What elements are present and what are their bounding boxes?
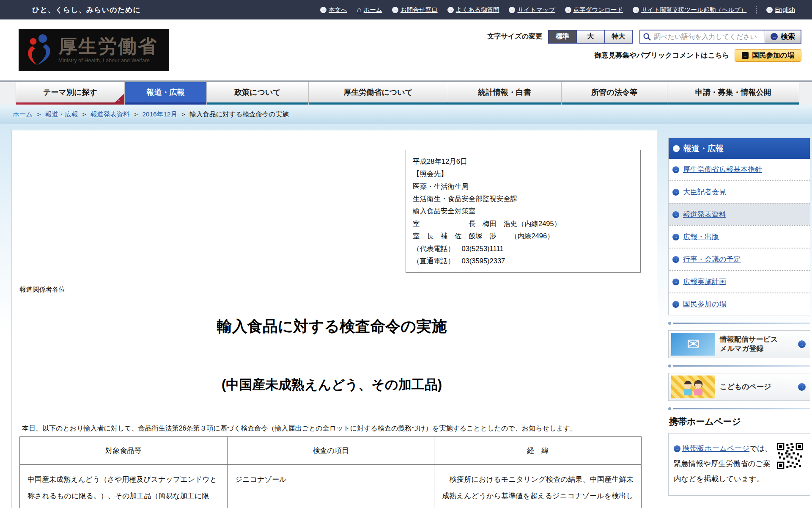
arrow-circle-icon: →: [392, 7, 398, 13]
search-button-label: 検索: [781, 32, 795, 41]
column-header-inspection-item: 検査の項目: [227, 437, 434, 465]
sidebar-header-label: 報道・広報: [683, 143, 724, 154]
column-header-background: 経 緯: [434, 437, 642, 465]
sidebar-item-minister-press[interactable]: → 大臣記者会見: [669, 180, 810, 203]
contact-director: 室 長 梅田 浩史（内線2495）: [413, 218, 634, 230]
sidebar-item-publications[interactable]: → 広報・出版: [669, 225, 810, 248]
kids-page-banner[interactable]: こどものページ →: [668, 373, 810, 401]
arrow-circle-icon: →: [798, 340, 806, 348]
sidebar-item-label: 大臣記者会見: [683, 187, 726, 197]
public-participation-button[interactable]: → 国民参加の場: [735, 49, 801, 62]
topbar-link-to-content[interactable]: → 本文へ: [320, 6, 347, 14]
topbar-link-label: サイト閲覧支援ツール起動（ヘルプ）: [641, 6, 746, 14]
logo-title: 厚生労働省: [58, 36, 158, 56]
breadcrumb-press[interactable]: 報道・広報: [45, 110, 78, 119]
contact-deputy-director: 室 長 補 佐 飯塚 渉 （内線2496）: [413, 230, 634, 242]
arrow-circle-icon: →: [447, 7, 454, 13]
topbar-link-faq[interactable]: → よくある御質問: [447, 6, 499, 14]
lead-paragraph: 本日、以下のとおり輸入者に対して、食品衛生法第26条第３項に基づく検査命令（輸入…: [15, 423, 647, 433]
arrow-circle-icon: →: [672, 234, 679, 240]
topbar-link-label: よくある御質問: [456, 6, 499, 14]
arrow-circle-icon: →: [320, 7, 326, 13]
search-button[interactable]: → 検索: [765, 30, 801, 43]
arrow-circle-icon: →: [673, 145, 680, 152]
contact-heading: 【照会先】: [413, 168, 634, 180]
cell-inspection-item: ジニコナゾール: [227, 465, 434, 508]
topbar-link-home[interactable]: ⌂ ホーム: [357, 6, 382, 14]
topbar-link-accessibility-tool[interactable]: → サイト閲覧支援ツール起動（ヘルプ）: [633, 6, 746, 14]
sidebar-item-pr-policy[interactable]: → 厚生労働省広報基本指針: [669, 159, 810, 180]
mobile-site-heading: 携帯ホームページ: [669, 416, 810, 428]
sidebar-item-press-releases[interactable]: → 報道発表資料: [669, 203, 810, 225]
sidebar-item-label: 報道発表資料: [683, 210, 726, 219]
sidebar-header: → 報道・広報: [669, 138, 810, 159]
search-input[interactable]: [652, 33, 765, 41]
topbar-link-label: お問合せ窓口: [401, 6, 438, 14]
topbar-link-braille-download[interactable]: → 点字ダウンロード: [565, 6, 623, 14]
mobile-site-link[interactable]: 携帯版ホームページ: [682, 444, 749, 453]
tab-statistics[interactable]: 統計情報・白書: [448, 82, 562, 105]
breadcrumb-home[interactable]: ホーム: [13, 110, 33, 119]
sidebar-item-participation[interactable]: → 国民参加の場: [669, 293, 810, 315]
font-size-standard-button[interactable]: 標準: [549, 30, 576, 43]
contact-department: 生活衛生・食品安全部監視安全課: [413, 193, 634, 205]
site-header: 厚生労働省 Ministry of Health, Labour and Wel…: [0, 19, 812, 80]
topbar-link-english[interactable]: → English: [766, 6, 795, 13]
qr-code: [777, 443, 803, 469]
logo-subtitle: Ministry of Health, Labour and Welfare: [58, 58, 158, 64]
contact-bureau: 医薬・生活衛生局: [413, 180, 634, 193]
breadcrumb-press-releases[interactable]: 報道発表資料: [91, 110, 130, 119]
tab-label: 所管の法令等: [591, 87, 637, 97]
tab-press[interactable]: 報道・広報: [125, 82, 207, 105]
home-icon: ⌂: [357, 6, 362, 14]
sidebar-item-label: 国民参加の場: [683, 299, 726, 309]
topbar-link-sitemap[interactable]: → サイトマップ: [509, 6, 555, 14]
tab-applications[interactable]: 申請・募集・情報公開: [667, 82, 799, 105]
column-header-target-foods: 対象食品等: [20, 437, 228, 465]
search-icon: [643, 33, 651, 41]
tab-themes[interactable]: テーマ別に探す ↓: [16, 82, 125, 105]
topbar-link-contact[interactable]: → お問合せ窓口: [392, 6, 438, 14]
sidebar-item-pr-plan[interactable]: → 広報実施計画: [669, 270, 810, 293]
tab-policy[interactable]: 政策について: [207, 82, 309, 105]
tab-label: 申請・募集・情報公開: [695, 87, 771, 97]
mhlw-logo[interactable]: 厚生労働省 Ministry of Health, Labour and Wel…: [19, 29, 169, 71]
tab-label: テーマ別に探す: [43, 87, 97, 97]
sidebar: → 報道・広報 → 厚生労働省広報基本指針 → 大臣記者会見 → 報道発表資料 …: [668, 138, 810, 496]
arrow-circle-icon: →: [672, 256, 679, 263]
sidebar-divider: [668, 407, 810, 410]
font-size-xlarge-button[interactable]: 特大: [604, 30, 632, 43]
tab-laws[interactable]: 所管の法令等: [562, 82, 668, 105]
tab-about-mhlw[interactable]: 厚生労働省について: [309, 82, 448, 105]
mobile-site-box: →携帯版ホームページでは、緊急情報や厚生労働省のご案内などを掲載しています。: [668, 433, 810, 496]
public-comment-text: 御意見募集やパブリックコメントはこちら: [595, 51, 730, 60]
mailmag-banner[interactable]: ✉ 情報配信サービス メルマガ登録 →: [668, 330, 810, 358]
breadcrumb: ホーム ＞ 報道・広報 ＞ 報道発表資料 ＞ 2016年12月 ＞ 輸入食品に対…: [0, 105, 812, 124]
kids-banner-text: こどものページ: [720, 382, 793, 392]
topbar-link-label: ホーム: [364, 6, 382, 14]
breadcrumb-separator: ＞: [180, 110, 187, 119]
page-subtitle: (中国産未成熟えんどう、その加工品): [15, 376, 648, 394]
tab-label: 厚生労働省について: [343, 87, 413, 97]
font-size-large-button[interactable]: 大: [576, 30, 604, 43]
breadcrumb-current: 輸入食品に対する検査命令の実施: [189, 110, 288, 119]
salutation: 報道関係者各位: [19, 285, 648, 294]
sidebar-item-label: 広報・出版: [683, 232, 719, 242]
arrow-circle-icon: →: [674, 445, 680, 452]
breadcrumb-separator: ＞: [133, 110, 140, 119]
breadcrumb-separator: ＞: [81, 110, 88, 119]
mobile-site-text: →携帯版ホームページでは、緊急情報や厚生労働省のご案内などを掲載しています。: [674, 441, 773, 487]
breadcrumb-month[interactable]: 2016年12月: [142, 110, 177, 119]
topbar-link-label: サイトマップ: [517, 6, 555, 14]
kids-banner-image: [671, 375, 715, 398]
topbar-link-label: English: [775, 6, 795, 13]
tab-underline: [448, 102, 561, 105]
breadcrumb-separator: ＞: [36, 110, 42, 119]
sidebar-item-events[interactable]: → 行事・会議の予定: [669, 248, 810, 270]
tab-underline: [562, 102, 667, 105]
tab-underline: [309, 102, 448, 105]
public-participation-label: 国民参加の場: [752, 51, 794, 60]
press-contact-box: 平成28年12月6日 【照会先】 医薬・生活衛生局 生活衛生・食品安全部監視安全…: [406, 150, 641, 273]
logo-text: 厚生労働省 Ministry of Health, Labour and Wel…: [58, 36, 158, 63]
tab-label: 政策について: [234, 87, 281, 97]
